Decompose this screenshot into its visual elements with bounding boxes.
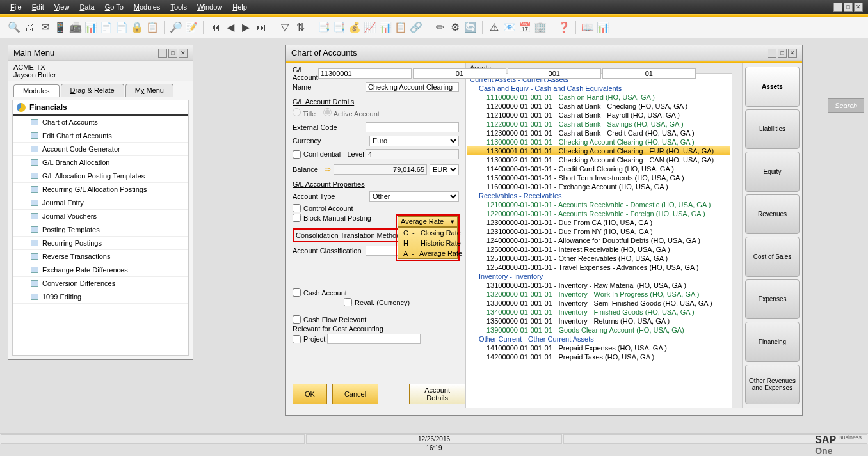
nav-item[interactable]: Reverse Transactions bbox=[13, 250, 188, 263]
account-tree-item[interactable]: 11600000-01-001-01 - Exchange Account (H… bbox=[467, 182, 730, 191]
mm-close[interactable]: ✕ bbox=[179, 49, 188, 58]
branches-icon[interactable]: 🏢 bbox=[534, 21, 547, 34]
project-input[interactable] bbox=[327, 334, 421, 344]
dropdown-option[interactable]: H - Historic Rate bbox=[398, 238, 457, 248]
seg1-input[interactable] bbox=[413, 68, 506, 79]
app-restore[interactable]: □ bbox=[844, 3, 853, 12]
account-tree-item[interactable]: 11400000-01-001-01 - Credit Card Clearin… bbox=[467, 164, 730, 173]
dropdown-option[interactable]: A - Average Rate bbox=[398, 248, 457, 258]
lock-icon[interactable]: 🔒 bbox=[131, 21, 143, 34]
vol-icon[interactable]: 📊 bbox=[379, 21, 392, 34]
layout-icon[interactable]: ✏ bbox=[433, 21, 446, 34]
find-icon[interactable]: 🔎 bbox=[170, 21, 182, 34]
pdf-icon[interactable]: 📄 bbox=[115, 21, 128, 34]
tab-my-menu[interactable]: My Menu bbox=[125, 84, 173, 97]
account-type-select[interactable]: Other bbox=[369, 191, 459, 202]
seg3-input[interactable] bbox=[602, 68, 696, 79]
nav-item[interactable]: Journal Vouchers bbox=[13, 210, 188, 223]
chk-control-account[interactable]: Control Account bbox=[293, 204, 459, 212]
gl-account-input[interactable] bbox=[318, 68, 412, 79]
account-tree-item[interactable]: 13500000-01-001-01 - Inventory - Returns… bbox=[467, 317, 730, 326]
ok-button[interactable]: OK bbox=[293, 384, 327, 404]
nav-item[interactable]: Edit Chart of Accounts bbox=[13, 129, 188, 143]
account-tree-item[interactable]: Receivables - Receivables bbox=[467, 191, 730, 200]
account-tree-item[interactable]: Cash and Equiv - Cash and Cash Equivalen… bbox=[467, 84, 730, 93]
tree-scrollbar[interactable] bbox=[732, 63, 742, 408]
word-icon[interactable]: 📄 bbox=[100, 21, 113, 34]
account-tree-item[interactable]: 12310000-01-001-01 - Due From NY (HO, US… bbox=[467, 227, 730, 236]
account-tree-item[interactable]: 11220000-01-001-01 - Cash at Bank - Savi… bbox=[467, 120, 730, 129]
help-icon[interactable]: ❓ bbox=[558, 21, 570, 34]
fax-icon[interactable]: 📠 bbox=[69, 21, 82, 34]
menu-goto[interactable]: Go To bbox=[100, 3, 129, 11]
account-tree-item[interactable]: 12500000-01-001-01 - Interest Receivable… bbox=[467, 245, 730, 254]
sort-icon[interactable]: ⇅ bbox=[294, 21, 307, 34]
nav-item[interactable]: G/L Branch Allocation bbox=[13, 156, 188, 169]
alert-icon[interactable]: ⚠ bbox=[488, 21, 501, 34]
base-doc-icon[interactable]: 📑 bbox=[317, 21, 330, 34]
form-settings-icon[interactable]: ⚙ bbox=[449, 21, 462, 34]
filter-icon[interactable]: ▽ bbox=[278, 21, 291, 34]
chk-reval[interactable]: Reval. (Currency) bbox=[344, 298, 459, 306]
account-tree-item[interactable]: 11100000-01-001-01 - Cash on Hand (HO, U… bbox=[467, 93, 730, 102]
email-icon[interactable]: ✉ bbox=[38, 21, 51, 34]
tab-modules[interactable]: Modules bbox=[13, 84, 60, 97]
drawer-assets[interactable]: Assets bbox=[745, 67, 800, 107]
account-tree-item[interactable]: 12100000-01-001-01 - Accounts Receivable… bbox=[467, 200, 730, 209]
search-button[interactable]: Search bbox=[828, 98, 864, 113]
next-icon[interactable]: ▶ bbox=[239, 21, 252, 34]
cons-method-select[interactable]: Average Rate▾ bbox=[398, 216, 458, 227]
refresh-icon[interactable]: 🔄 bbox=[464, 21, 477, 34]
seg2-input[interactable] bbox=[508, 68, 601, 79]
chk-confidential[interactable]: Confidential bbox=[293, 150, 348, 159]
account-tree[interactable]: Current Assets - Current AssetsCash and … bbox=[466, 74, 732, 408]
je-icon[interactable]: 📋 bbox=[394, 21, 407, 34]
sms-icon[interactable]: 📱 bbox=[54, 21, 67, 34]
account-tree-item[interactable]: 11300001-01-001-01 - Checking Account Cl… bbox=[467, 146, 730, 155]
app-minimize[interactable]: _ bbox=[833, 3, 842, 12]
radio-active[interactable]: Active Account bbox=[323, 108, 380, 118]
account-tree-item[interactable]: 11210000-01-001-01 - Cash at Bank - Payr… bbox=[467, 111, 730, 120]
drawer-cost-of-sales[interactable]: Cost of Sales bbox=[745, 237, 800, 277]
print-icon[interactable]: 🖨 bbox=[23, 21, 36, 34]
account-tree-item[interactable]: 11300002-01-001-01 - Checking Account Cl… bbox=[467, 155, 730, 164]
cancel-button[interactable]: Cancel bbox=[332, 384, 378, 404]
drill-down-icon[interactable]: ⇨ bbox=[325, 165, 331, 174]
nav-item[interactable]: G/L Allocation Posting Templates bbox=[13, 169, 188, 183]
chk-cash-flow[interactable]: Cash Flow Relevant bbox=[293, 315, 459, 324]
excel-icon[interactable]: 📊 bbox=[84, 21, 97, 34]
account-tree-item[interactable]: Inventory - Inventory bbox=[467, 272, 730, 281]
account-tree-item[interactable]: 14100000-01-001-01 - Prepaid Expenses (H… bbox=[467, 343, 730, 352]
balance-currency-select[interactable]: EUR bbox=[430, 164, 459, 175]
menu-data[interactable]: Data bbox=[74, 3, 99, 11]
drawer-financing[interactable]: Financing bbox=[745, 322, 800, 362]
account-tree-item[interactable]: 13100000-01-001-01 - Inventory - Raw Mat… bbox=[467, 281, 730, 290]
account-tree-item[interactable]: 13900000-01-001-01 - Goods Clearing Acco… bbox=[467, 326, 730, 334]
drawer-other-revenues-and-expenses[interactable]: Other Revenues and Expenses bbox=[745, 365, 800, 405]
drawer-revenues[interactable]: Revenues bbox=[745, 194, 800, 235]
menu-view[interactable]: View bbox=[49, 3, 75, 11]
account-tree-item[interactable]: 13200000-01-001-01 - Inventory - Work In… bbox=[467, 290, 730, 299]
linked-icon[interactable]: 🔗 bbox=[410, 21, 422, 34]
nav-item[interactable]: Posting Templates bbox=[13, 223, 188, 237]
radio-title[interactable]: Title bbox=[293, 108, 316, 118]
menu-file[interactable]: File bbox=[5, 3, 27, 11]
coa-restore[interactable]: □ bbox=[778, 49, 787, 58]
menu-modules[interactable]: Modules bbox=[129, 3, 166, 11]
menu-edit[interactable]: Edit bbox=[27, 3, 49, 11]
mm-restore[interactable]: □ bbox=[168, 49, 177, 58]
drawer-expenses[interactable]: Expenses bbox=[745, 279, 800, 320]
menu-window[interactable]: Window bbox=[192, 3, 227, 11]
account-tree-item[interactable]: 12540000-01-001-01 - Travel Expenses - A… bbox=[467, 263, 730, 272]
messages-icon[interactable]: 📧 bbox=[503, 21, 516, 34]
tab-drag-relate[interactable]: Drag & Relate bbox=[61, 84, 124, 97]
payment-icon[interactable]: 💰 bbox=[348, 21, 361, 34]
nav-tree[interactable]: Financials Chart of AccountsEdit Chart o… bbox=[12, 100, 189, 356]
account-tree-item[interactable]: 13300000-01-001-01 - Inventory - Semi Fi… bbox=[467, 299, 730, 308]
nav-item[interactable]: 1099 Editing bbox=[13, 290, 188, 304]
prev-icon[interactable]: ◀ bbox=[224, 21, 237, 34]
account-tree-item[interactable]: 11230000-01-001-01 - Cash at Bank - Cred… bbox=[467, 129, 730, 138]
add-icon[interactable]: 📝 bbox=[185, 21, 198, 34]
currency-select[interactable]: Euro bbox=[369, 136, 459, 146]
main-menu-titlebar[interactable]: Main Menu _ □ ✕ bbox=[8, 45, 193, 61]
